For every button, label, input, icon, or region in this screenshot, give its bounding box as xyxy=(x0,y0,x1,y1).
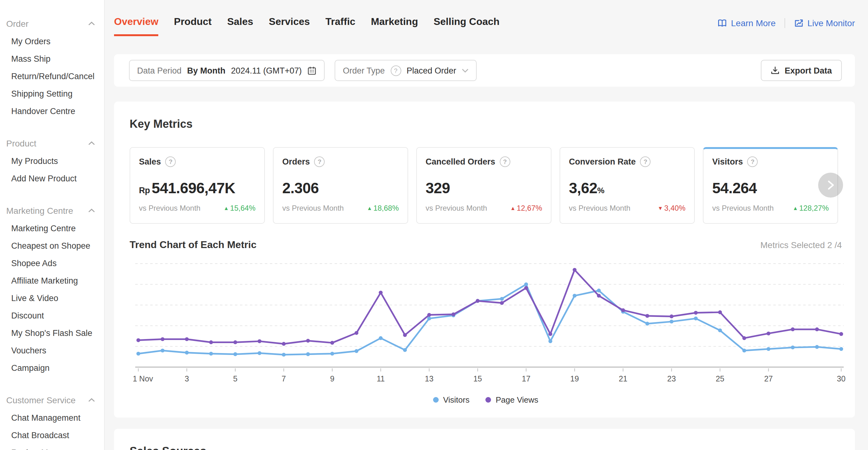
sidebar-item-chat-broadcast[interactable]: Chat Broadcast xyxy=(0,426,104,444)
point-page-views-day28[interactable] xyxy=(791,328,795,331)
point-visitors-day2[interactable] xyxy=(161,349,164,353)
point-visitors-day25[interactable] xyxy=(718,328,722,332)
point-page-views-day1[interactable] xyxy=(136,338,140,342)
export-data-button[interactable]: Export Data xyxy=(761,60,842,81)
point-page-views-day8[interactable] xyxy=(306,339,310,342)
legend-item-page-views[interactable]: Page Views xyxy=(486,395,538,404)
metric-card-orders[interactable]: Orders?2.306vs Previous Month▲18,68% xyxy=(273,147,408,224)
point-visitors-day18[interactable] xyxy=(548,339,552,343)
sidebar-section-title-customer-service[interactable]: Customer Service xyxy=(0,391,104,409)
metric-card-cancelled-orders[interactable]: Cancelled Orders?329vs Previous Month▲12… xyxy=(416,147,552,224)
point-visitors-day16[interactable] xyxy=(500,297,504,301)
point-page-views-day26[interactable] xyxy=(742,336,746,340)
point-page-views-day23[interactable] xyxy=(670,314,673,318)
point-visitors-day17[interactable] xyxy=(524,282,528,286)
point-visitors-day20[interactable] xyxy=(597,289,601,292)
help-icon[interactable]: ? xyxy=(640,156,651,167)
point-page-views-day9[interactable] xyxy=(330,341,334,345)
metric-card-visitors[interactable]: Visitors?54.264vs Previous Month▲128,27% xyxy=(703,147,838,224)
point-page-views-day2[interactable] xyxy=(161,337,164,341)
sidebar-section-title-order[interactable]: Order xyxy=(0,15,104,32)
live-monitor-link[interactable]: Live Monitor xyxy=(794,18,855,28)
point-visitors-day1[interactable] xyxy=(136,352,140,356)
point-page-views-day15[interactable] xyxy=(476,299,479,303)
point-visitors-day30[interactable] xyxy=(839,347,843,351)
sidebar-item-cheapest-on-shopee[interactable]: Cheapest on Shopee xyxy=(0,237,104,254)
sidebar-item-shopee-ads[interactable]: Shopee Ads xyxy=(0,254,104,272)
point-page-views-day14[interactable] xyxy=(452,312,455,316)
sidebar-item-my-shop-s-flash-sale[interactable]: My Shop's Flash Sale xyxy=(0,324,104,341)
point-visitors-day6[interactable] xyxy=(258,351,261,355)
point-page-views-day10[interactable] xyxy=(354,331,358,335)
tab-services[interactable]: Services xyxy=(269,16,310,36)
point-visitors-day26[interactable] xyxy=(742,349,746,353)
learn-more-link[interactable]: Learn More xyxy=(717,18,775,28)
point-visitors-day8[interactable] xyxy=(306,352,310,356)
point-visitors-day10[interactable] xyxy=(354,349,358,353)
sidebar-item-shipping-setting[interactable]: Shipping Setting xyxy=(0,85,104,102)
sidebar-item-add-new-product[interactable]: Add New Product xyxy=(0,170,104,187)
tab-sales[interactable]: Sales xyxy=(227,16,253,36)
sidebar-item-review-management[interactable]: Review Management xyxy=(0,444,104,450)
sidebar-item-my-products[interactable]: My Products xyxy=(0,152,104,170)
sidebar-item-return-refund-cancel[interactable]: Return/Refund/Cancel xyxy=(0,67,104,85)
point-visitors-day5[interactable] xyxy=(234,352,237,356)
point-page-views-day7[interactable] xyxy=(282,342,286,346)
point-visitors-day9[interactable] xyxy=(330,352,334,356)
point-visitors-day29[interactable] xyxy=(815,345,819,349)
order-type-filter[interactable]: Order Type ? Placed Order xyxy=(335,60,477,81)
sidebar-item-my-orders[interactable]: My Orders xyxy=(0,32,104,50)
point-page-views-day18[interactable] xyxy=(548,332,552,336)
point-visitors-day23[interactable] xyxy=(670,320,673,324)
tab-selling-coach[interactable]: Selling Coach xyxy=(434,16,500,36)
sidebar-item-chat-management[interactable]: Chat Management xyxy=(0,409,104,426)
point-page-views-day19[interactable] xyxy=(572,268,577,272)
point-visitors-day13[interactable] xyxy=(427,317,431,320)
point-visitors-day19[interactable] xyxy=(572,294,577,298)
point-page-views-day25[interactable] xyxy=(718,310,722,314)
sidebar-item-mass-ship[interactable]: Mass Ship xyxy=(0,50,104,67)
point-page-views-day5[interactable] xyxy=(234,340,237,344)
point-page-views-day16[interactable] xyxy=(500,301,504,305)
help-icon[interactable]: ? xyxy=(165,156,176,167)
metric-card-sales[interactable]: Sales?Rp541.696,47Kvs Previous Month▲15,… xyxy=(130,147,265,224)
tab-overview[interactable]: Overview xyxy=(114,16,158,36)
sidebar-item-live-video[interactable]: Live & Video xyxy=(0,289,104,307)
sidebar-item-campaign[interactable]: Campaign xyxy=(0,359,104,377)
point-page-views-day21[interactable] xyxy=(621,308,625,312)
point-page-views-day20[interactable] xyxy=(597,294,601,298)
point-page-views-day4[interactable] xyxy=(209,340,213,344)
metric-card-conversion-rate[interactable]: Conversion Rate?3,62%vs Previous Month▼3… xyxy=(560,147,695,224)
sidebar-item-affiliate-marketing[interactable]: Affiliate Marketing xyxy=(0,272,104,289)
point-page-views-day13[interactable] xyxy=(427,313,431,317)
point-visitors-day24[interactable] xyxy=(694,317,698,320)
point-page-views-day3[interactable] xyxy=(185,337,188,341)
point-visitors-day7[interactable] xyxy=(282,353,286,357)
point-page-views-day17[interactable] xyxy=(524,286,528,290)
sidebar-item-handover-centre[interactable]: Handover Centre xyxy=(0,102,104,120)
help-icon[interactable]: ? xyxy=(500,156,510,167)
point-visitors-day3[interactable] xyxy=(185,351,188,354)
help-icon[interactable]: ? xyxy=(314,156,325,167)
point-page-views-day22[interactable] xyxy=(645,314,649,318)
carousel-next-button[interactable] xyxy=(818,173,843,198)
point-visitors-day4[interactable] xyxy=(209,352,213,356)
sidebar-section-title-marketing-centre[interactable]: Marketing Centre xyxy=(0,202,104,219)
point-visitors-day11[interactable] xyxy=(379,336,382,340)
point-page-views-day6[interactable] xyxy=(258,339,261,343)
data-period-filter[interactable]: Data Period By Month 2024.11 (GMT+07) xyxy=(129,60,324,81)
point-visitors-day22[interactable] xyxy=(645,322,649,325)
sidebar-item-marketing-centre[interactable]: Marketing Centre xyxy=(0,219,104,237)
order-type-help-icon[interactable]: ? xyxy=(391,65,401,76)
point-page-views-day24[interactable] xyxy=(694,311,698,315)
point-visitors-day27[interactable] xyxy=(767,347,770,351)
help-icon[interactable]: ? xyxy=(747,156,758,167)
point-visitors-day28[interactable] xyxy=(791,346,795,349)
sidebar-item-vouchers[interactable]: Vouchers xyxy=(0,341,104,359)
tab-product[interactable]: Product xyxy=(174,16,212,36)
point-page-views-day12[interactable] xyxy=(403,333,407,337)
point-page-views-day11[interactable] xyxy=(379,291,382,295)
legend-item-visitors[interactable]: Visitors xyxy=(433,395,469,404)
sidebar-section-title-product[interactable]: Product xyxy=(0,134,104,152)
point-visitors-day12[interactable] xyxy=(403,348,407,352)
